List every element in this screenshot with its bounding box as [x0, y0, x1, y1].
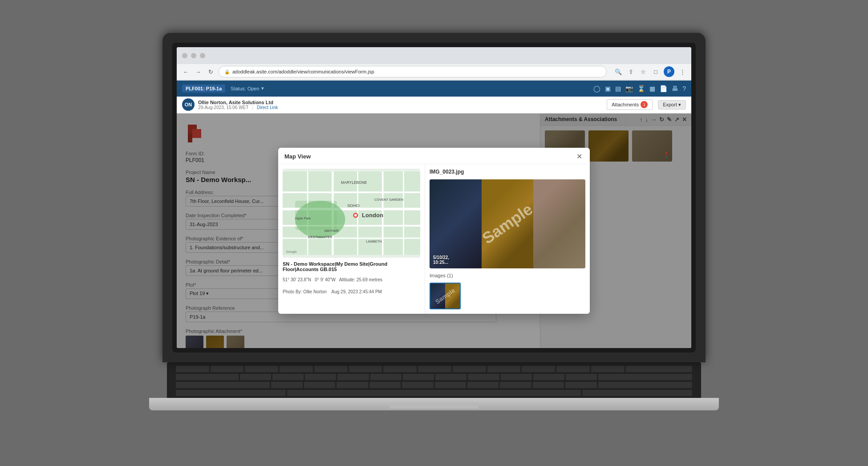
key — [418, 366, 451, 372]
map-section: MARYLEBONE SOHO COVENT GARDEN London Hyd… — [278, 164, 425, 314]
key — [176, 374, 239, 380]
direct-link[interactable]: Direct Link — [257, 105, 278, 110]
key — [402, 382, 433, 388]
status-label: Status: Open — [231, 86, 259, 91]
modal-thumb-1[interactable]: Sample — [430, 283, 461, 309]
thumbnail-row: Sample — [430, 283, 585, 309]
browser-actions: 🔍 ⇧ ☆ □ P ⋮ — [614, 66, 687, 77]
attachments-button[interactable]: Attachments 1 — [607, 99, 653, 110]
key — [305, 374, 336, 380]
browser-chrome: ← → ↻ 🔒 adoddleak.asite.com/adoddle/view… — [177, 47, 691, 81]
key — [211, 366, 244, 372]
share-icon[interactable]: ⇧ — [626, 67, 635, 76]
key — [500, 382, 531, 388]
minimize-window-btn[interactable] — [191, 53, 196, 58]
map-coords: 51° 30' 23.8"N 0° 9' 40"W Altitude: 25.6… — [283, 277, 420, 282]
user-date: 29-Aug-2023, 15:06 WET — [198, 105, 248, 110]
key — [176, 382, 270, 388]
key — [271, 382, 302, 388]
back-button[interactable]: ← — [181, 67, 190, 76]
profile-button[interactable]: P — [664, 66, 674, 77]
key — [280, 366, 313, 372]
svg-text:COVENT GARDEN: COVENT GARDEN — [374, 197, 403, 201]
user-avatar: ON — [182, 98, 195, 111]
topnav-icon-1[interactable]: ◯ — [593, 85, 600, 92]
user-name: Ollie Norton, Asite Solutions Ltd — [198, 100, 278, 105]
svg-text:MAYFAIR: MAYFAIR — [324, 229, 339, 233]
main-image-container[interactable]: Sample 5/10/22,10:25... — [430, 179, 585, 268]
svg-text:MARYLEBONE: MARYLEBONE — [341, 180, 367, 185]
key — [501, 374, 532, 380]
key — [176, 390, 286, 396]
laptop-base — [149, 398, 719, 410]
topnav-icon-9[interactable]: ? — [682, 85, 686, 92]
topnav-icon-2[interactable]: ▣ — [605, 85, 611, 92]
key — [468, 374, 499, 380]
close-window-btn[interactable] — [182, 53, 187, 58]
key — [598, 374, 692, 380]
key — [487, 366, 521, 372]
key — [435, 382, 466, 388]
modal-body: MARYLEBONE SOHO COVENT GARDEN London Hyd… — [278, 164, 590, 314]
topnav-icon-3[interactable]: ▤ — [615, 85, 621, 92]
modal-title: Map View — [284, 153, 311, 160]
map-view-modal: Map View ✕ — [278, 148, 590, 314]
main-area: Form ID: PLF001 Project Name SN - Demo W… — [177, 113, 691, 348]
map-longitude: 0° 9' 40"W — [315, 277, 336, 282]
key — [467, 382, 499, 388]
trackpad[interactable] — [389, 402, 479, 409]
bookmark-icon[interactable]: ☆ — [639, 67, 648, 76]
topnav-icon-5[interactable]: ⌛ — [637, 85, 645, 92]
topnav-icon-6[interactable]: ▦ — [649, 85, 655, 92]
key — [582, 390, 692, 396]
key — [349, 366, 382, 372]
key — [245, 366, 278, 372]
key — [453, 366, 486, 372]
image-filename: IMG_0023.jpg — [430, 169, 585, 175]
key — [435, 374, 466, 380]
modal-header: Map View ✕ — [278, 148, 590, 164]
map-container[interactable]: MARYLEBONE SOHO COVENT GARDEN London Hyd… — [283, 169, 420, 258]
status-arrow[interactable]: ▾ — [261, 85, 264, 91]
images-label: Images (1) — [430, 273, 585, 278]
svg-text:Google: Google — [286, 249, 296, 253]
key — [598, 382, 692, 388]
browser-titlebar — [177, 47, 691, 64]
spacebar-key — [287, 390, 580, 396]
svg-text:London: London — [362, 212, 383, 219]
key — [369, 382, 401, 388]
topnav-icon-7[interactable]: 📄 — [660, 85, 667, 92]
address-bar[interactable]: 🔒 adoddleak.asite.com/adoddle/view/commu… — [219, 66, 607, 77]
modal-overlay: Map View ✕ — [177, 113, 691, 348]
image-date-overlay: 5/10/22,10:25... — [433, 255, 449, 265]
form-id-badge: PLF001: P19-1a — [182, 85, 225, 93]
img-segment-2 — [482, 179, 534, 268]
key — [176, 366, 209, 372]
screen: ← → ↻ 🔒 adoddleak.asite.com/adoddle/view… — [177, 47, 691, 348]
modal-close-button[interactable]: ✕ — [575, 152, 584, 161]
topnav-icon-8[interactable]: 🖶 — [672, 85, 678, 92]
attach-count: 1 — [641, 101, 648, 108]
laptop-shell: ← → ↻ 🔒 adoddleak.asite.com/adoddle/view… — [145, 33, 723, 434]
key — [337, 374, 369, 380]
key — [591, 366, 625, 372]
reload-button[interactable]: ↻ — [206, 67, 215, 76]
key — [626, 366, 692, 372]
menu-icon[interactable]: ⋮ — [678, 67, 687, 76]
forward-button[interactable]: → — [194, 67, 203, 76]
svg-text:LAMBETH: LAMBETH — [366, 239, 381, 243]
svg-text:Hyde Park: Hyde Park — [295, 216, 311, 220]
img-segment-3 — [533, 179, 585, 268]
status-badge: Status: Open ▾ — [231, 85, 264, 91]
key — [370, 374, 402, 380]
map-altitude: Altitude: 25.69 metres — [339, 277, 382, 282]
zoom-icon[interactable]: 🔍 — [614, 67, 623, 76]
topnav-icon-4[interactable]: 📷 — [625, 85, 633, 92]
maximize-window-btn[interactable] — [200, 53, 205, 58]
svg-text:WESTMINSTER: WESTMINSTER — [308, 235, 333, 239]
user-meta: 29-Aug-2023, 15:06 WET | Direct Link — [198, 105, 278, 110]
export-button[interactable]: Export ▾ — [658, 100, 686, 109]
key — [272, 374, 304, 380]
tab-icon[interactable]: □ — [651, 67, 660, 76]
modal-thumb-image: Sample — [430, 284, 460, 308]
